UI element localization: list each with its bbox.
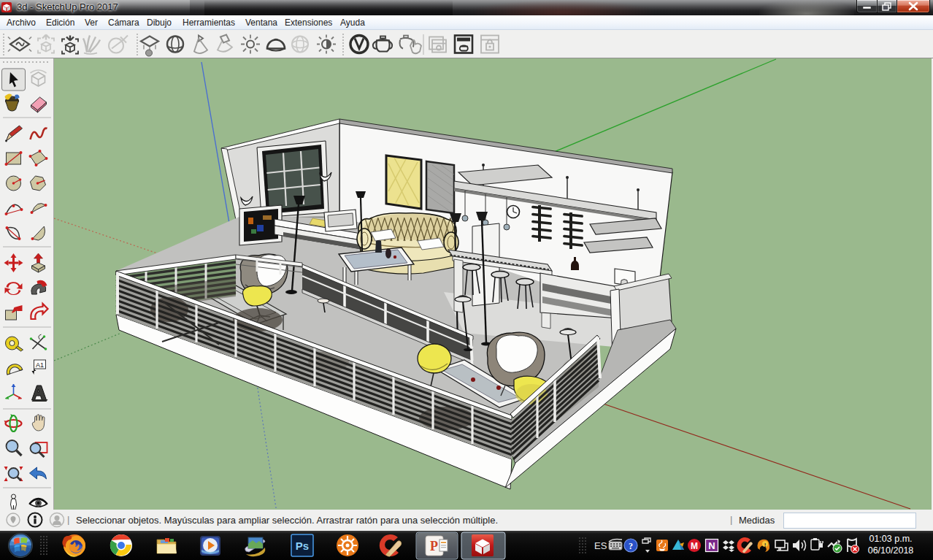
svg-text:N: N (708, 540, 715, 551)
svg-text:A1: A1 (36, 361, 44, 369)
svg-text:Ps: Ps (296, 540, 309, 552)
svg-text:ES: ES (594, 540, 607, 551)
svg-text:?: ? (629, 541, 633, 551)
svg-text:P: P (430, 539, 438, 553)
svg-text:!: ! (764, 542, 767, 548)
svg-text:M: M (691, 541, 698, 551)
